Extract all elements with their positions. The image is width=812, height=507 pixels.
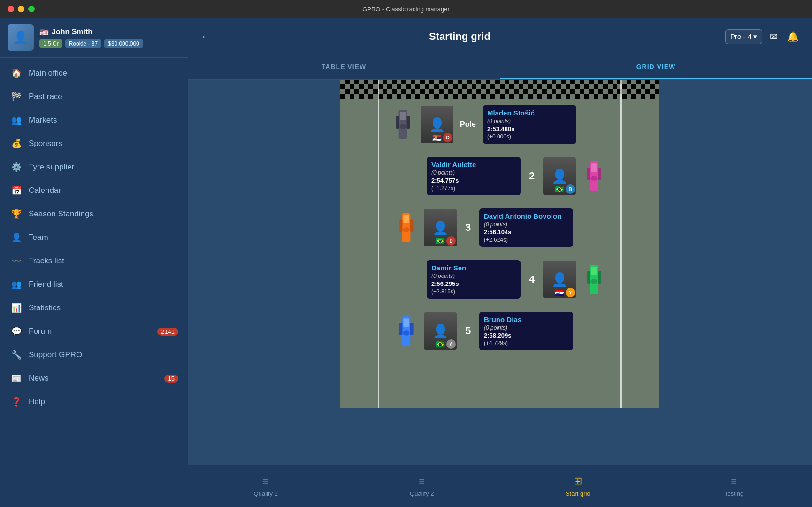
- sidebar-item-team[interactable]: 👤 Team: [0, 226, 188, 249]
- sidebar-item-calendar[interactable]: 📅 Calendar: [0, 179, 188, 202]
- position-number: 3: [460, 222, 475, 234]
- car-thumbnail: [392, 312, 420, 350]
- forum-badge: 2141: [157, 328, 178, 336]
- statistics-icon: 📊: [11, 303, 22, 313]
- svg-rect-21: [399, 323, 402, 335]
- car-thumbnail: [580, 157, 608, 195]
- tracks-list-label: Tracks list: [29, 256, 178, 266]
- sidebar-item-markets[interactable]: 👥 Markets: [0, 108, 188, 132]
- driver-flag: 🇧🇷: [436, 237, 445, 246]
- svg-point-19: [590, 279, 597, 284]
- tab-testing[interactable]: ≡ Testing: [656, 465, 812, 507]
- driver-flag: 🇭🇷: [555, 288, 564, 297]
- driver-name: Mladen Stošić: [487, 109, 572, 117]
- tab-grid-view[interactable]: GRID VIEW: [500, 55, 812, 79]
- avatar: 👤: [8, 24, 34, 51]
- maximize-button[interactable]: [28, 6, 35, 12]
- tab-qualify-1[interactable]: ≡ Qualify 1: [188, 465, 344, 507]
- qualify2-icon: ≡: [419, 475, 425, 487]
- grid-row: 👤 🇧🇷 D 3 David Antonio Bovolon (0 points…: [340, 202, 659, 254]
- svg-rect-17: [598, 271, 601, 284]
- svg-point-9: [590, 176, 597, 181]
- svg-rect-7: [598, 168, 601, 180]
- driver-diff: (+0.000s): [487, 133, 572, 140]
- tab-start-grid[interactable]: ⊞ Start grid: [500, 465, 656, 507]
- qualify1-label: Qualify 1: [254, 490, 278, 497]
- driver-card: Bruno Dias (0 points) 2:58.209s (+4.729s…: [479, 312, 573, 350]
- svg-rect-16: [587, 271, 590, 284]
- tier-badge: D: [446, 236, 456, 246]
- svg-rect-8: [591, 163, 597, 172]
- bell-button[interactable]: 🔔: [785, 29, 801, 44]
- driver-photo: 👤 🇧🇷 A: [424, 312, 457, 350]
- bottom-tabs: ≡ Qualify 1 ≡ Qualify 2 ⊞ Start grid ≡ T…: [188, 465, 812, 507]
- driver-name: Damir Sen: [431, 264, 516, 272]
- back-button[interactable]: ←: [199, 29, 213, 45]
- track-container: 👤 🇷🇸 D Pole Mladen Stošić (0 points) 2:5…: [340, 80, 659, 408]
- markets-label: Markets: [29, 115, 178, 125]
- mail-button[interactable]: ✉: [768, 29, 780, 44]
- user-name: John Smith: [52, 28, 92, 36]
- grid-rows: 👤 🇷🇸 D Pole Mladen Stošić (0 points) 2:5…: [340, 99, 659, 357]
- checkered-flag: [340, 80, 659, 99]
- driver-points: (0 points): [431, 169, 516, 176]
- sidebar-item-tyre-supplier[interactable]: ⚙️ Tyre supplier: [0, 155, 188, 179]
- page-title: Starting grid: [222, 31, 697, 43]
- qualify1-icon: ≡: [263, 475, 269, 487]
- svg-rect-3: [400, 112, 406, 120]
- sponsors-icon: 💰: [11, 138, 22, 149]
- sidebar-item-past-race[interactable]: 🏁 Past race: [0, 85, 188, 108]
- pro-selector[interactable]: Pro - 4 ▾: [725, 29, 762, 44]
- friend-list-label: Friend list: [29, 280, 178, 289]
- sidebar-item-sponsors[interactable]: 💰 Sponsors: [0, 132, 188, 155]
- startgrid-icon: ⊞: [574, 475, 582, 487]
- friend-list-icon: 👥: [11, 279, 22, 290]
- driver-photo: 👤 🇧🇷 D: [424, 209, 457, 246]
- position-number: 2: [524, 170, 539, 182]
- forum-label: Forum: [29, 327, 151, 336]
- grid-row: Valdir Aulette (0 points) 2:54.757s (+1.…: [340, 150, 659, 202]
- money-badge: $30.000.000: [104, 39, 143, 48]
- header-right: Pro - 4 ▾ ✉ 🔔: [725, 29, 801, 44]
- driver-card: Damir Sen (0 points) 2:56.295s (+2.815s): [427, 260, 521, 299]
- main-content: ← Starting grid Pro - 4 ▾ ✉ 🔔 TABLE VIEW…: [188, 18, 812, 507]
- driver-photo: 👤 🇭🇷 Y: [543, 261, 576, 298]
- driver-flag: 🇧🇷: [436, 340, 445, 349]
- testing-icon: ≡: [731, 475, 737, 487]
- tier-badge: Y: [566, 288, 575, 297]
- driver-time: 2:56.104s: [484, 229, 568, 236]
- sidebar-item-statistics[interactable]: 📊 Statistics: [0, 296, 188, 320]
- driver-photo: 👤 🇧🇷 B: [543, 157, 576, 195]
- svg-rect-6: [587, 168, 590, 180]
- tier-badge: D: [443, 133, 452, 142]
- user-flag: 🇺🇸: [39, 28, 49, 37]
- tab-qualify-2[interactable]: ≡ Qualify 2: [344, 465, 500, 507]
- sidebar-item-support-gpro[interactable]: 🔧 Support GPRO: [0, 343, 188, 367]
- driver-time: 2:54.757s: [431, 177, 516, 184]
- user-info: 🇺🇸 John Smith 1.5 Cr Rookie - 87 $30.000…: [39, 28, 143, 48]
- tab-table-view[interactable]: TABLE VIEW: [188, 55, 500, 79]
- team-icon: 👤: [11, 232, 22, 243]
- close-button[interactable]: [8, 6, 14, 12]
- sidebar-item-news[interactable]: 📰 News 15: [0, 367, 188, 390]
- minimize-button[interactable]: [18, 6, 24, 12]
- position-pole: Pole: [457, 120, 479, 129]
- sidebar-item-friend-list[interactable]: 👥 Friend list: [0, 273, 188, 296]
- sidebar-item-season-standings[interactable]: 🏆 Season Standings: [0, 202, 188, 226]
- sidebar-item-tracks-list[interactable]: 〰️ Tracks list: [0, 249, 188, 273]
- season-standings-icon: 🏆: [11, 209, 22, 219]
- grid-row: Damir Sen (0 points) 2:56.295s (+2.815s)…: [340, 254, 659, 305]
- position-number: 4: [524, 273, 539, 285]
- sidebar: 👤 🇺🇸 John Smith 1.5 Cr Rookie - 87 $30.0…: [0, 18, 188, 507]
- sidebar-item-forum[interactable]: 💬 Forum 2141: [0, 320, 188, 343]
- tier-badge: B: [566, 184, 575, 194]
- startgrid-label: Start grid: [566, 490, 590, 497]
- sidebar-item-main-office[interactable]: 🏠 Main office: [0, 61, 188, 85]
- driver-card: Valdir Aulette (0 points) 2:54.757s (+1.…: [427, 157, 521, 195]
- window-controls[interactable]: [8, 6, 35, 12]
- svg-point-4: [399, 124, 406, 129]
- svg-rect-12: [410, 219, 413, 232]
- sidebar-item-help[interactable]: ❓ Help: [0, 390, 188, 414]
- car-thumbnail: [392, 209, 420, 246]
- sidebar-header: 👤 🇺🇸 John Smith 1.5 Cr Rookie - 87 $30.0…: [0, 18, 188, 58]
